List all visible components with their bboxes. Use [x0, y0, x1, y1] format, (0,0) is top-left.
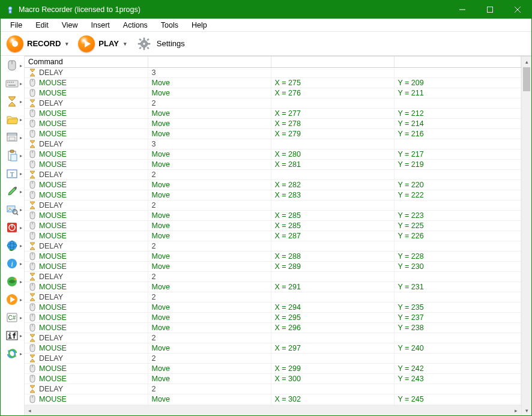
repeat-button[interactable]: ▸ [1, 345, 23, 363]
find-image-button[interactable]: ▸ [1, 201, 23, 219]
record-button[interactable]: RECORD ▾ [3, 34, 72, 53]
delay-tool-button[interactable]: ▸ [1, 93, 23, 111]
column-header-3[interactable] [394, 56, 521, 68]
scroll-thumb[interactable] [523, 67, 530, 91]
shutdown-button[interactable]: ▸ [1, 219, 23, 237]
column-header-1[interactable] [148, 56, 271, 68]
command-name: DELAY [39, 170, 63, 179]
cell-col2: Move [148, 211, 271, 221]
table-row[interactable]: MOUSEMoveX = 296Y = 238 [25, 323, 521, 333]
table-row[interactable]: MOUSEMoveX = 279Y = 216 [25, 129, 521, 139]
table-row[interactable]: MOUSEMoveX = 289Y = 230 [25, 262, 521, 272]
menu-actions[interactable]: Actions [117, 20, 154, 31]
command-name: DELAY [39, 201, 63, 210]
table-row[interactable]: MOUSEMoveX = 285Y = 223 [25, 211, 521, 221]
table-row[interactable]: MOUSEMoveX = 295Y = 237 [25, 313, 521, 323]
dropdown-icon[interactable]: ▸ [20, 189, 22, 194]
table-row[interactable]: DELAY2 [25, 354, 521, 364]
csharp-button[interactable]: C#▸ [1, 309, 23, 327]
column-header-0[interactable]: Command [25, 56, 148, 68]
dropdown-icon[interactable]: ▸ [20, 225, 22, 231]
table-row[interactable]: DELAY2 [25, 333, 521, 343]
menu-help[interactable]: Help [186, 20, 213, 31]
dropdown-icon[interactable]: ▾ [65, 41, 68, 47]
dropdown-icon[interactable]: ▸ [20, 315, 22, 321]
if-statement-button[interactable]: if▸ [1, 327, 23, 345]
table-row[interactable]: MOUSEMoveX = 291Y = 231 [25, 282, 521, 292]
dropdown-icon[interactable]: ▸ [20, 171, 22, 176]
table-row[interactable]: MOUSEMoveX = 285Y = 225 [25, 221, 521, 231]
dropdown-icon[interactable]: ▸ [20, 351, 22, 357]
table-row[interactable]: DELAY2 [25, 170, 521, 180]
menu-insert[interactable]: Insert [85, 20, 116, 31]
table-row[interactable]: MOUSEMoveX = 294Y = 235 [25, 303, 521, 313]
table-row[interactable]: DELAY2 [25, 384, 521, 394]
table-row[interactable]: MOUSEMoveX = 283Y = 222 [25, 190, 521, 200]
close-button[interactable] [504, 1, 531, 19]
dropdown-icon[interactable]: ▸ [20, 63, 22, 68]
table-row[interactable]: MOUSEMoveX = 287Y = 226 [25, 231, 521, 241]
dropdown-icon[interactable]: ▸ [20, 153, 22, 158]
dropdown-icon[interactable]: ▸ [20, 135, 22, 140]
table-row[interactable]: MOUSEMoveX = 276Y = 211 [25, 88, 521, 98]
scroll-left-icon[interactable]: ◂ [25, 406, 35, 415]
maximize-button[interactable] [476, 1, 504, 19]
table-row[interactable]: MOUSEMoveX = 278Y = 214 [25, 119, 521, 129]
table-row[interactable]: DELAY2 [25, 292, 521, 303]
table-row[interactable]: MOUSEMoveX = 281Y = 219 [25, 160, 521, 170]
menu-view[interactable]: View [56, 20, 84, 31]
table-row[interactable]: MOUSEMoveX = 275Y = 209 [25, 78, 521, 88]
table-row[interactable]: MOUSEMoveX = 288Y = 228 [25, 252, 521, 262]
dropdown-icon[interactable]: ▸ [20, 261, 22, 267]
table-row[interactable]: MOUSEMoveX = 299Y = 242 [25, 364, 521, 374]
menu-tools[interactable]: Tools [155, 20, 184, 31]
open-website-button[interactable]: ▸ [1, 273, 23, 291]
info-button[interactable]: i▸ [1, 255, 23, 273]
table-row[interactable]: DELAY3 [25, 139, 521, 149]
dropdown-icon[interactable]: ▾ [124, 41, 127, 47]
keyboard-tool-button[interactable]: ▸ [1, 75, 23, 93]
table-row[interactable]: MOUSEMoveX = 297Y = 240 [25, 343, 521, 354]
dropdown-icon[interactable]: ▸ [20, 243, 22, 249]
dropdown-icon[interactable]: ▸ [20, 333, 22, 339]
dropdown-icon[interactable]: ▸ [20, 99, 22, 104]
window-button[interactable]: ▸ [1, 129, 23, 147]
table-row[interactable]: MOUSEMoveX = 300Y = 243 [25, 374, 521, 384]
play-button[interactable]: PLAY ▾ [74, 34, 130, 53]
table-row[interactable]: DELAY2 [25, 272, 521, 282]
title-bar[interactable]: Macro Recorder (licensed to 1progs) [1, 1, 531, 19]
table-row[interactable]: MOUSEMoveX = 302Y = 245 [25, 394, 521, 405]
table-row[interactable]: DELAY3 [25, 68, 521, 78]
settings-button[interactable]: Settings [133, 35, 189, 53]
table-row[interactable]: DELAY2 [25, 98, 521, 109]
type-text-button[interactable]: T▸ [1, 165, 23, 183]
menu-edit[interactable]: Edit [29, 20, 55, 31]
scroll-right-icon[interactable]: ▸ [511, 406, 521, 415]
dropdown-icon[interactable]: ▸ [20, 207, 22, 213]
minimize-button[interactable] [449, 1, 476, 19]
settings-label: Settings [157, 39, 185, 48]
dropdown-icon[interactable]: ▸ [20, 81, 22, 86]
scroll-down-icon[interactable]: ▾ [522, 405, 531, 415]
vertical-scrollbar[interactable]: ▴ ▾ [521, 56, 531, 415]
play-macro-button[interactable]: ▸ [1, 291, 23, 309]
hourglass-icon [28, 385, 37, 393]
table-row[interactable]: MOUSEMoveX = 282Y = 220 [25, 180, 521, 190]
table-row[interactable]: DELAY2 [25, 200, 521, 211]
horizontal-scrollbar[interactable]: ◂ ▸ [25, 405, 521, 415]
open-file-button[interactable]: ▸ [1, 111, 23, 129]
dropdown-icon[interactable]: ▸ [20, 117, 22, 122]
table-row[interactable]: MOUSEMoveX = 277Y = 212 [25, 109, 521, 119]
table-row[interactable]: DELAY2 [25, 241, 521, 252]
paste-button[interactable]: ▸ [1, 147, 23, 165]
table-row[interactable]: MOUSEMoveX = 280Y = 217 [25, 149, 521, 160]
open-webpage-button[interactable]: ▸ [1, 237, 23, 255]
column-header-2[interactable] [271, 56, 394, 68]
scroll-up-icon[interactable]: ▴ [522, 56, 531, 67]
mouse-tool-button[interactable]: ▸ [1, 57, 23, 75]
dropdown-icon[interactable]: ▸ [20, 279, 22, 285]
color-picker-button[interactable]: ▸ [1, 183, 23, 201]
dropdown-icon[interactable]: ▸ [20, 297, 22, 303]
menu-file[interactable]: File [4, 20, 28, 31]
command-name: MOUSE [39, 313, 67, 322]
